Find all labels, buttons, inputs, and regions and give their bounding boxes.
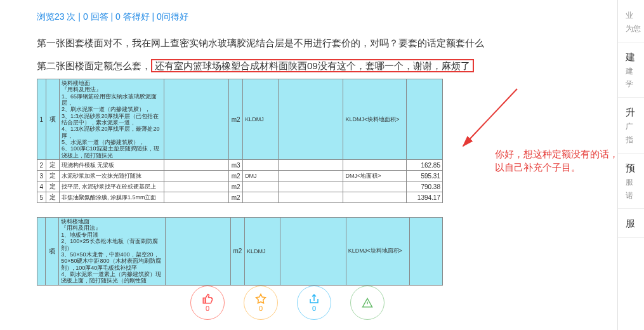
- table-1: 1 项 块料楼地面 『用料及用法』 1、65厚钢筋砼用密实钠水玻璃胶泥面层， 2…: [37, 79, 601, 203]
- star-icon: [255, 293, 266, 305]
- paragraph-2: 第二张图楼面定额怎么套，还有室内篮球场橡塑合成材料面陕西09没有这个，套哪一个，…: [37, 58, 601, 74]
- right-sidebar: 业 为您 建 建 学 升 广 指 预 服 诺 服: [617, 0, 644, 330]
- sidebar-card[interactable]: 业 为您: [618, 0, 644, 43]
- table-row: 3 定 水泥砂浆加浆一次抹光随打随抹 m2 DMJ DMJ<地面积> 595.3…: [37, 171, 443, 182]
- table-row: 5 定 非焦油聚氨酯涂膜, 涂膜厚1.5mm立面 m2 1394.17: [37, 192, 443, 203]
- table-row: 4 定 找平层, 水泥砂浆找平在砼或硬基层上 m2 790.38: [37, 182, 443, 192]
- table-row: 项 块料楼地面 『用料及用法』 1、地板专用漆 2、100×25长条松木地板（背…: [37, 218, 443, 285]
- warning-icon: [362, 297, 373, 308]
- sidebar-card[interactable]: 服: [618, 209, 644, 238]
- favorite-button[interactable]: 0: [244, 286, 278, 320]
- table-row: 1 项 块料楼地面 『用料及用法』 1、65厚钢筋砼用密实钠水玻璃胶泥面层， 2…: [37, 79, 443, 160]
- like-count: 0: [206, 305, 209, 312]
- sidebar-card[interactable]: 升 广 指: [618, 98, 644, 154]
- favorite-count: 0: [259, 305, 263, 312]
- table-2: 项 块料楼地面 『用料及用法』 1、地板专用漆 2、100×25长条松木地板（背…: [37, 217, 601, 285]
- thumbs-up-icon: [202, 293, 213, 305]
- report-button[interactable]: [350, 286, 384, 320]
- paragraph-1: 第一张图套楼面对不，我在网上查密实钠水玻璃胶泥结合层是不用进行套价的，对吗？要套…: [37, 36, 601, 51]
- share-button[interactable]: 0: [297, 286, 331, 320]
- highlighted-text: 还有室内篮球场橡塑合成材料面陕西09没有这个，套哪一个，谢谢，麻烦了: [151, 59, 474, 72]
- share-count: 0: [312, 305, 316, 312]
- sidebar-card[interactable]: 预 服 诺: [618, 154, 644, 209]
- post-stats: 浏览23 次 | 0 回答 | 0 答得好 | 0问得好: [37, 0, 601, 28]
- sidebar-card[interactable]: 建 建 学: [618, 43, 644, 98]
- para2-prefix: 第二张图楼面定额怎么套，: [37, 60, 151, 71]
- like-button[interactable]: 0: [190, 286, 225, 320]
- share-icon: [308, 293, 320, 305]
- table-row: 2 定 现浇构件模板 无梁板 m3 162.85: [37, 160, 443, 171]
